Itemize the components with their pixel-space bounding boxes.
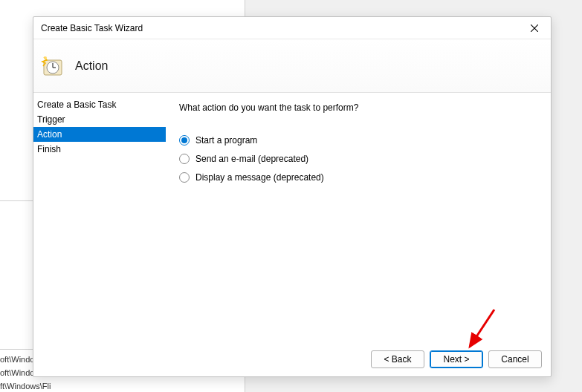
wizard-header: Action (33, 39, 551, 93)
dialog-title: Create Basic Task Wizard (41, 23, 143, 33)
radio-label: Display a message (deprecated) (195, 172, 324, 183)
radio-icon (179, 172, 190, 183)
radio-send-email[interactable]: Send an e-mail (deprecated) (179, 154, 543, 164)
wizard-clock-icon (41, 54, 65, 78)
sidebar-step-action[interactable]: Action (33, 127, 166, 142)
radio-start-program[interactable]: Start a program (179, 135, 543, 146)
wizard-body: Create a Basic Task Trigger Action Finis… (33, 93, 551, 342)
close-button[interactable] (517, 17, 551, 39)
wizard-content: What action do you want the task to perf… (166, 93, 551, 342)
wizard-steps-sidebar: Create a Basic Task Trigger Action Finis… (33, 93, 166, 342)
divider (0, 349, 33, 350)
radio-icon (179, 154, 190, 164)
cancel-button[interactable]: Cancel (488, 350, 542, 368)
action-radio-group: Start a program Send an e-mail (deprecat… (179, 135, 543, 183)
radio-icon (179, 135, 190, 146)
background-text: ft\Windows\Fli (0, 382, 51, 391)
page-title: Action (75, 59, 108, 73)
background-text: oft\Windo (0, 355, 34, 364)
wizard-footer: < Back Next > Cancel (33, 342, 551, 376)
sidebar-step-finish[interactable]: Finish (33, 142, 166, 157)
titlebar: Create Basic Task Wizard (33, 17, 551, 39)
radio-label: Send an e-mail (deprecated) (195, 154, 308, 164)
svg-point-4 (44, 56, 47, 59)
sidebar-step-trigger[interactable]: Trigger (33, 112, 166, 127)
radio-label: Start a program (195, 135, 257, 146)
next-button[interactable]: Next > (430, 350, 483, 368)
sidebar-step-create-basic-task[interactable]: Create a Basic Task (33, 97, 166, 112)
prompt-text: What action do you want the task to perf… (179, 102, 543, 113)
wizard-dialog: Create Basic Task Wizard Action Create a… (33, 16, 552, 377)
divider (0, 200, 33, 201)
close-icon (531, 24, 538, 32)
radio-display-message[interactable]: Display a message (deprecated) (179, 172, 543, 183)
back-button[interactable]: < Back (371, 350, 424, 368)
